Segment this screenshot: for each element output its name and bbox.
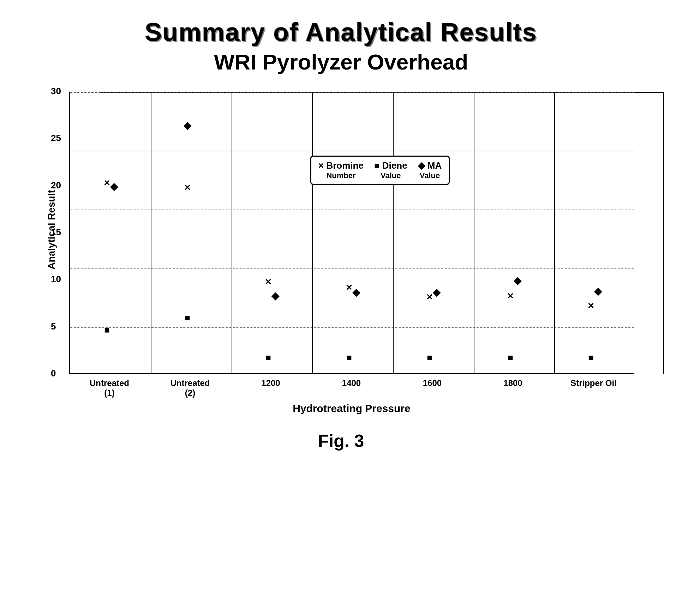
- divider-3: [312, 92, 313, 373]
- x-label-6: Stripper Oil: [553, 375, 634, 398]
- ma-cat2: ◆: [271, 291, 279, 301]
- divider-5: [474, 92, 474, 373]
- legend: × Bromine Number ■ Diene Value ◆ MA Valu…: [310, 156, 450, 185]
- x-label-2: 1200: [231, 375, 311, 398]
- diene-cat1: ■: [185, 313, 190, 322]
- ma-cat4: ◆: [433, 288, 441, 297]
- bromine-cat5: ×: [507, 290, 514, 301]
- title-line2: WRI Pyrolyzer Overhead: [145, 49, 537, 74]
- legend-bromine-sym: × Bromine: [318, 160, 364, 171]
- ytick-15: 15: [51, 227, 61, 238]
- legend-diene-label2: Value: [381, 171, 401, 180]
- ytick-10: 10: [51, 274, 61, 285]
- ma-cat5: ◆: [514, 276, 521, 286]
- title-line1: Summary of Analytical Results: [145, 18, 537, 47]
- chart-outer: Analytical Result 0 5 10 15 20 25 30: [41, 92, 641, 410]
- x-label-0: Untreated (1): [69, 375, 150, 398]
- x-axis-label: Hydrotreating Pressure: [69, 403, 634, 415]
- divider-2: [232, 92, 232, 373]
- legend-row: × Bromine Number ■ Diene Value ◆ MA Valu…: [318, 160, 442, 180]
- bromine-cat1: ×: [184, 182, 191, 193]
- bromine-cat0: ×: [104, 177, 110, 188]
- x-label-1: Untreated (2): [150, 375, 231, 398]
- title-block: Summary of Analytical Results WRI Pyroly…: [145, 18, 537, 74]
- diene-cat3: ■: [346, 353, 352, 362]
- bromine-cat2: ×: [265, 276, 271, 287]
- ytick-30: 30: [51, 86, 61, 97]
- legend-diene: ■ Diene Value: [374, 160, 407, 180]
- legend-ma-label2: Value: [420, 171, 440, 180]
- divider-1: [151, 92, 151, 373]
- ma-cat1: ◆: [184, 121, 191, 131]
- grid-30: [70, 92, 634, 93]
- ma-cat3: ◆: [352, 288, 360, 297]
- divider-6: [554, 92, 555, 373]
- legend-bromine-label2: Number: [326, 171, 355, 180]
- diene-cat4: ■: [427, 353, 432, 362]
- page: Summary of Analytical Results WRI Pyroly…: [0, 0, 682, 616]
- bromine-cat4: ×: [426, 291, 433, 302]
- legend-ma-sym: ◆ MA: [418, 160, 442, 171]
- legend-ma: ◆ MA Value: [418, 160, 442, 180]
- fig-label: Fig. 3: [318, 431, 364, 451]
- diene-cat6: ■: [588, 353, 594, 362]
- diene-cat2: ■: [265, 353, 271, 362]
- legend-bromine: × Bromine Number: [318, 160, 364, 180]
- x-label-3: 1400: [311, 375, 392, 398]
- x-label-5: 1800: [473, 375, 553, 398]
- ma-cat6: ◆: [594, 286, 602, 296]
- bromine-cat6: ×: [588, 300, 594, 311]
- bromine-cat3: ×: [346, 282, 352, 292]
- ytick-5: 5: [51, 321, 56, 332]
- ytick-20: 20: [51, 180, 61, 191]
- diene-cat0: ■: [104, 325, 110, 334]
- diene-cat5: ■: [508, 353, 513, 362]
- grid-20: [70, 210, 634, 210]
- ma-cat0: ◆: [110, 182, 118, 192]
- right-border: [663, 92, 664, 374]
- grid-25: [70, 151, 634, 151]
- x-labels: Untreated (1) Untreated (2) 1200 1400 16…: [69, 375, 634, 398]
- divider-4: [393, 92, 394, 373]
- legend-diene-sym: ■ Diene: [374, 160, 407, 171]
- x-label-4: 1600: [392, 375, 473, 398]
- grid-15: [70, 268, 634, 269]
- grid-10: [70, 327, 634, 328]
- chart-area: 0 5 10 15 20 25 30 × × ×: [69, 92, 634, 374]
- ytick-0: 0: [51, 368, 56, 379]
- ytick-25: 25: [51, 133, 61, 144]
